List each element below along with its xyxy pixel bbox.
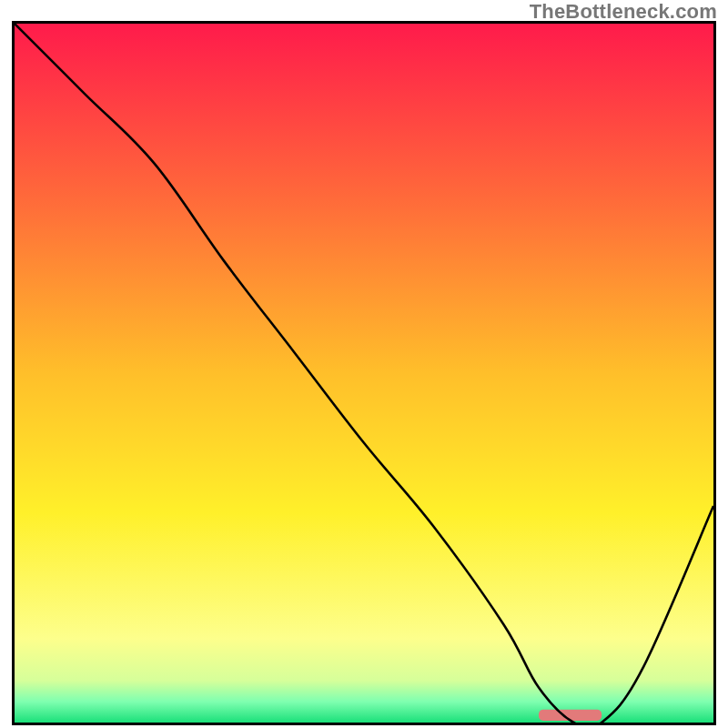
bottleneck-chart <box>15 24 713 723</box>
gradient-background <box>15 24 713 723</box>
chart-frame <box>12 21 716 725</box>
